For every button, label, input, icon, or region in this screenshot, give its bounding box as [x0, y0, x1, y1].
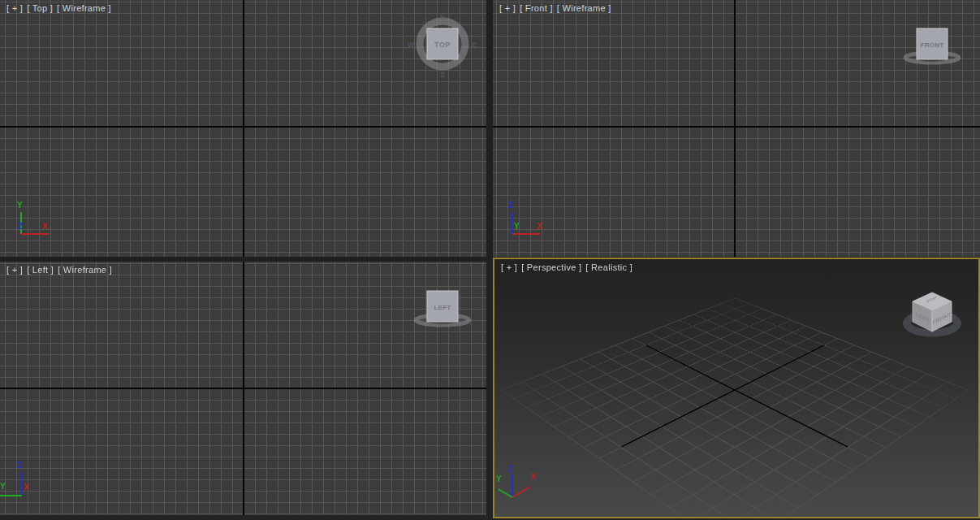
viewcube-face-label: FRONT	[920, 41, 943, 49]
viewport-menu-general[interactable]: [ + ]	[499, 3, 516, 13]
tripod-x-label: X	[537, 223, 542, 231]
tripod-z-label: Z	[508, 466, 513, 474]
tripod-z-label: Z	[508, 202, 513, 210]
viewport-menu-shading[interactable]: [ Wireframe ]	[57, 3, 111, 13]
grid-x-axis	[493, 126, 980, 128]
compass-south-label: S	[440, 71, 445, 79]
viewcube-perspective[interactable]: TOP LEFT FRONT	[896, 275, 969, 348]
tripod-z-axis	[512, 212, 513, 234]
compass-west-label: W	[408, 41, 415, 49]
tripod-x-axis	[512, 233, 540, 235]
tripod-y-label: Y	[496, 475, 502, 483]
viewport-label-bar: [ + ] [ Top ] [ Wireframe ]	[6, 3, 111, 13]
grid-y-axis	[243, 0, 244, 257]
viewport-front[interactable]: [ + ] [ Front ] [ Wireframe ] FRONT Z Y …	[493, 0, 980, 257]
viewcube-front[interactable]: FRONT	[896, 27, 969, 67]
viewcube-face-label: TOP	[434, 41, 451, 49]
grid-y-axis	[243, 262, 244, 515]
viewport-menu-general[interactable]: [ + ]	[6, 3, 23, 13]
ground-plane-axes	[535, 309, 935, 518]
tripod-z-axis	[21, 472, 23, 495]
tripod-y-label: Y	[0, 483, 6, 491]
viewcube-left[interactable]: LEFT	[406, 289, 479, 330]
tripod-z-label: Z	[18, 223, 23, 231]
compass-east-label: E	[472, 41, 477, 49]
viewport-left[interactable]: [ + ] [ Left ] [ Wireframe ] LEFT Z Y X	[0, 262, 486, 515]
tripod-y-axis	[0, 495, 22, 496]
viewport-perspective-active[interactable]: [ + ] [ Perspective ] [ Realistic ] TOP …	[493, 258, 980, 518]
tripod-x-label: X	[531, 473, 537, 481]
viewport-menu-shading[interactable]: [ Wireframe ]	[557, 3, 611, 13]
viewport-menu-pov[interactable]: [ Top ]	[27, 3, 53, 13]
viewport-menu-pov[interactable]: [ Front ]	[520, 3, 553, 13]
tripod-x-axis	[21, 233, 49, 235]
viewport-menu-general[interactable]: [ + ]	[501, 262, 517, 272]
viewport-menu-shading[interactable]: [ Wireframe ]	[58, 265, 112, 275]
viewport-quad-layout: [ + ] [ Top ] [ Wireframe ] N E S W TOP …	[0, 0, 980, 520]
tripod-x-label: X	[42, 223, 48, 231]
viewport-top[interactable]: [ + ] [ Top ] [ Wireframe ] N E S W TOP …	[0, 0, 486, 257]
viewport-label-bar: [ + ] [ Front ] [ Wireframe ]	[499, 3, 611, 13]
tripod-y-label: Y	[514, 223, 520, 231]
bottom-divider	[0, 515, 493, 520]
viewcube-face-label: LEFT	[434, 304, 451, 311]
viewport-menu-pov[interactable]: [ Perspective ]	[521, 262, 581, 272]
tripod-y-label: Y	[17, 202, 23, 210]
compass-north-label: N	[440, 13, 446, 21]
viewport-menu-shading[interactable]: [ Realistic ]	[585, 262, 632, 272]
viewport-label-bar: [ + ] [ Left ] [ Wireframe ]	[6, 265, 112, 275]
tripod-z-label: Z	[17, 462, 22, 470]
grid-z-axis	[734, 0, 736, 257]
viewport-label-bar: [ + ] [ Perspective ] [ Realistic ]	[501, 262, 632, 272]
tripod-x-label: X	[24, 483, 29, 492]
tripod-z-axis	[512, 474, 513, 497]
viewport-menu-general[interactable]: [ + ]	[6, 265, 23, 275]
viewcube-top[interactable]: N E S W TOP	[406, 7, 479, 80]
viewport-menu-pov[interactable]: [ Left ]	[27, 265, 54, 275]
